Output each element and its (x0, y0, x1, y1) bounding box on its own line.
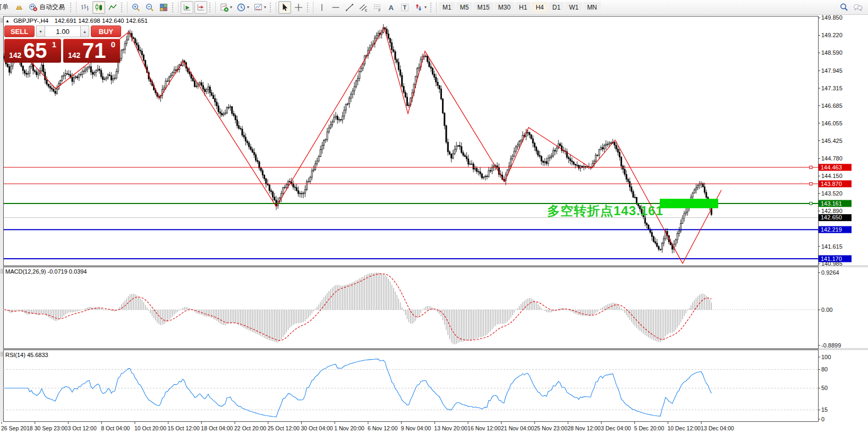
volume-decrease-button[interactable]: ▼ (36, 26, 45, 37)
time-tick-label: 13 Dec 04:00 (701, 425, 734, 431)
buy-button[interactable]: BUY (91, 26, 121, 37)
toolbar-separator (215, 2, 216, 13)
toolbar-separator (313, 2, 313, 13)
timeframe-d1-label: D1 (552, 4, 560, 11)
line-endpoint-marker (810, 202, 812, 205)
chart-shift-button[interactable] (194, 1, 207, 14)
timeframe-m1[interactable]: M1 (439, 2, 455, 13)
vertical-line-button[interactable] (316, 1, 328, 14)
cursor-button[interactable] (278, 1, 291, 14)
chevron-down-icon: ▾ (230, 5, 232, 10)
buy-price-display[interactable]: 142 71 0 (63, 39, 120, 63)
rsi-axis-label: 15 (821, 406, 828, 413)
price-level-label-text: 144.463 (821, 164, 842, 171)
line-endpoint-marker (810, 182, 812, 185)
rsi-axis-label: 50 (821, 385, 828, 391)
clock-icon (236, 3, 246, 12)
price-tick-label: 144.150 (821, 173, 843, 179)
price-tick-label: 144.780 (821, 155, 843, 162)
toolbar-grip[interactable] (430, 3, 433, 12)
arrows-button[interactable]: ▾ (412, 1, 428, 14)
zoom-out-button[interactable] (143, 1, 156, 14)
indicators-button[interactable]: ▾ (218, 1, 234, 14)
volume-increase-button[interactable]: ▲ (80, 26, 89, 37)
time-tick-label: 21 Nov 04:00 (501, 425, 534, 431)
search-button[interactable] (838, 1, 850, 14)
toolbar-grip[interactable] (307, 3, 310, 12)
price-level-label-text: 141.170 (821, 256, 842, 262)
indicators-icon (219, 3, 229, 12)
timeframe-d1[interactable]: D1 (549, 2, 564, 13)
sell-price-big: 65 (23, 39, 47, 63)
volume-input[interactable]: 1.00 (45, 26, 80, 37)
price-tick-label: 148.590 (821, 49, 843, 56)
periods-button[interactable]: ▾ (235, 1, 251, 14)
chevron-down-icon: ▾ (247, 5, 249, 10)
new-order-button[interactable]: 订单 (0, 1, 12, 14)
tile-windows-button[interactable] (157, 1, 170, 14)
svg-text:A: A (389, 3, 394, 11)
timeframe-h4[interactable]: H4 (532, 2, 547, 13)
price-level-label-text: 142.650 (821, 214, 842, 220)
zoom-in-button[interactable] (130, 1, 142, 14)
horizontal-line-button[interactable] (329, 1, 342, 14)
crosshair-button[interactable] (292, 1, 305, 14)
price-level-label-text: 142.219 (821, 226, 842, 233)
equidistant-channel-button[interactable]: E (357, 1, 370, 14)
channel-icon: E (359, 3, 368, 12)
time-tick-label: 9 Nov 04:00 (401, 425, 431, 431)
time-tick-label: 10 Dec 12:00 (667, 425, 701, 431)
macd-axis-label: 0.00 (821, 307, 832, 313)
time-tick-label: 1 Nov 20:00 (334, 425, 364, 431)
highlight-rectangle[interactable] (660, 199, 718, 208)
price-level-label-text: 143.870 (821, 181, 842, 187)
crosshair-icon (294, 3, 303, 12)
chart-header: ▲ GBPJPY-,H4 142.691 142.698 142.640 142… (5, 18, 148, 24)
timeframe-m30[interactable]: M30 (495, 2, 514, 13)
templates-button[interactable]: ▾ (252, 1, 268, 14)
text-label-button[interactable]: T (398, 1, 411, 14)
timeframe-w1-label: W1 (569, 4, 578, 11)
autoscroll-icon (182, 3, 192, 12)
ohlc-values: 142.691 142.698 142.640 142.651 (54, 18, 148, 24)
toolbar-separator (76, 2, 76, 13)
sell-button[interactable]: SELL (4, 26, 35, 37)
cursor-icon (280, 3, 290, 12)
arrows-icon (414, 3, 423, 12)
toolbar-grip[interactable] (172, 3, 175, 12)
chevron-down-icon: ▾ (264, 5, 266, 10)
timeframe-m15[interactable]: M15 (473, 2, 493, 13)
toolbar-grip[interactable] (270, 3, 273, 12)
pivot-annotation-text[interactable]: 多空转折点143.161 (547, 202, 663, 219)
price-chart[interactable]: 149.850149.220148.590147.945147.315146.6… (0, 0, 868, 433)
template-icon (253, 3, 263, 12)
timeframe-m30-label: M30 (498, 4, 510, 11)
collapse-triangle-icon[interactable]: ▲ (5, 19, 10, 23)
fibo-icon: F (372, 3, 382, 12)
vline-icon (317, 3, 327, 12)
line-chart-button[interactable] (106, 1, 119, 14)
bar-chart-button[interactable] (79, 1, 91, 14)
timeframe-w1[interactable]: W1 (565, 2, 582, 13)
toolbar-grip[interactable] (121, 3, 124, 12)
sell-price-display[interactable]: 142 65 1 (4, 39, 61, 63)
fibonacci-button[interactable]: F (371, 1, 384, 14)
text-button[interactable]: A (385, 1, 397, 14)
autotrading-button[interactable]: 自动交易 (27, 1, 68, 14)
price-tick-label: 141.615 (821, 243, 843, 250)
timeframe-m5[interactable]: M5 (456, 2, 473, 13)
gold-ingot-button[interactable] (13, 1, 25, 14)
time-tick-label: 28 Nov 12:00 (567, 425, 601, 431)
timeframe-mn[interactable]: MN (583, 2, 601, 13)
macd-axis-label: 0.9264 (821, 269, 839, 276)
toolbar-grip[interactable] (70, 3, 73, 12)
trendline-button[interactable] (343, 1, 356, 14)
candlestick-chart-button[interactable] (92, 1, 105, 14)
toolbar-grip[interactable] (209, 3, 212, 12)
buy-price-prefix: 142 (68, 51, 80, 60)
chat-button[interactable] (852, 1, 864, 14)
time-tick-label: 25 Oct 12:00 (268, 425, 300, 431)
auto-scroll-button[interactable] (181, 1, 193, 14)
price-tick-label: 145.425 (821, 138, 843, 144)
timeframe-h1[interactable]: H1 (515, 2, 531, 13)
